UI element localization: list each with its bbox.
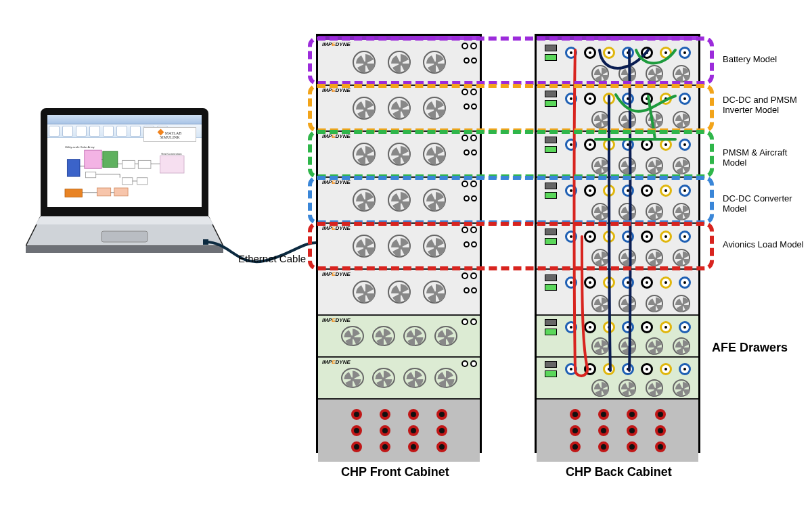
back-port-panel	[537, 400, 698, 462]
front-afe-drawer: IMPEDYNE	[318, 358, 480, 400]
ring-label: Battery Model	[723, 54, 811, 64]
ring-label: Avionics Load Model	[723, 239, 811, 249]
laptop: MATLAB SIMULINK Utility-scale Solar Arra…	[26, 108, 223, 257]
model-caption-tr: Grid Connection	[161, 152, 182, 155]
laptop-base	[26, 216, 223, 257]
back-cabinet-caption: CHP Back Cabinet	[566, 465, 672, 479]
front-drawer: IMPEDYNE	[318, 40, 480, 86]
drawer-brand-label: IMPEDYNE	[322, 41, 351, 47]
afe-drawers-label: AFE Drawers	[712, 341, 788, 355]
svg-rect-1	[67, 160, 80, 176]
jack-group	[565, 47, 691, 59]
app-titlebar	[47, 115, 202, 124]
svg-rect-4	[103, 151, 118, 168]
front-drawer: IMPEDYNE	[318, 224, 480, 270]
svg-rect-14	[26, 246, 223, 253]
svg-rect-15	[102, 231, 148, 242]
front-cabinet-caption: CHP Front Cabinet	[341, 465, 449, 479]
back-drawer	[537, 40, 698, 86]
back-drawer	[537, 224, 698, 270]
laptop-screen: MATLAB SIMULINK Utility-scale Solar Arra…	[41, 108, 208, 216]
fan-icon	[353, 51, 376, 74]
fan-icon	[388, 97, 411, 120]
svg-rect-0	[160, 156, 184, 173]
drawer-switches	[545, 45, 557, 61]
drawer-brand-label: IMPEDYNE	[322, 87, 351, 93]
brand-line2: SIMULINK	[160, 135, 179, 139]
front-afe-drawer: IMPEDYNE	[318, 316, 480, 358]
front-port-panel	[318, 400, 480, 462]
svg-rect-6	[138, 160, 151, 168]
svg-rect-11	[65, 189, 82, 197]
fan-icon	[423, 51, 446, 74]
chp-front-cabinet: IMPEDYNE IMPEDYNE IMPEDYNE	[316, 34, 482, 453]
front-drawer: IMPEDYNE	[318, 178, 480, 224]
model-caption-tl: Utility-scale Solar Array	[65, 145, 95, 149]
ring-label: DC-DC and PMSM Inverter Model	[723, 95, 811, 115]
fan-icon	[423, 97, 446, 120]
back-afe-drawer	[537, 316, 698, 358]
svg-rect-3	[85, 172, 95, 177]
matlab-simulink-logo: MATLAB SIMULINK	[143, 127, 196, 142]
back-drawer	[537, 86, 698, 132]
back-drawer	[537, 132, 698, 178]
svg-rect-9	[97, 188, 110, 196]
ring-label: PMSM & Aircraft Model	[723, 147, 811, 168]
port-grid	[351, 409, 447, 452]
ring-label: DC-DC Converter Model	[723, 193, 811, 214]
simulink-canvas: Utility-scale Solar Array Grid Connectio…	[51, 143, 198, 203]
diagram-canvas: MATLAB SIMULINK Utility-scale Solar Arra…	[0, 0, 812, 505]
fan-icon	[591, 65, 609, 82]
svg-rect-8	[137, 178, 148, 185]
svg-rect-2	[85, 150, 102, 168]
back-afe-drawer	[537, 358, 698, 400]
chp-back-cabinet	[535, 34, 700, 453]
front-drawer: IMPEDYNE	[318, 132, 480, 178]
front-drawer-ports	[461, 43, 477, 49]
svg-rect-10	[114, 188, 128, 196]
back-drawer	[537, 270, 698, 316]
svg-marker-13	[35, 216, 214, 224]
svg-rect-7	[122, 178, 133, 185]
ethernet-label: Ethernet Cable	[238, 253, 306, 264]
svg-rect-5	[122, 160, 135, 168]
back-drawer	[537, 178, 698, 224]
fan-icon	[388, 51, 411, 74]
front-drawer: IMPEDYNE	[318, 270, 480, 316]
front-drawer: IMPEDYNE	[318, 86, 480, 132]
fan-icon	[353, 97, 376, 120]
